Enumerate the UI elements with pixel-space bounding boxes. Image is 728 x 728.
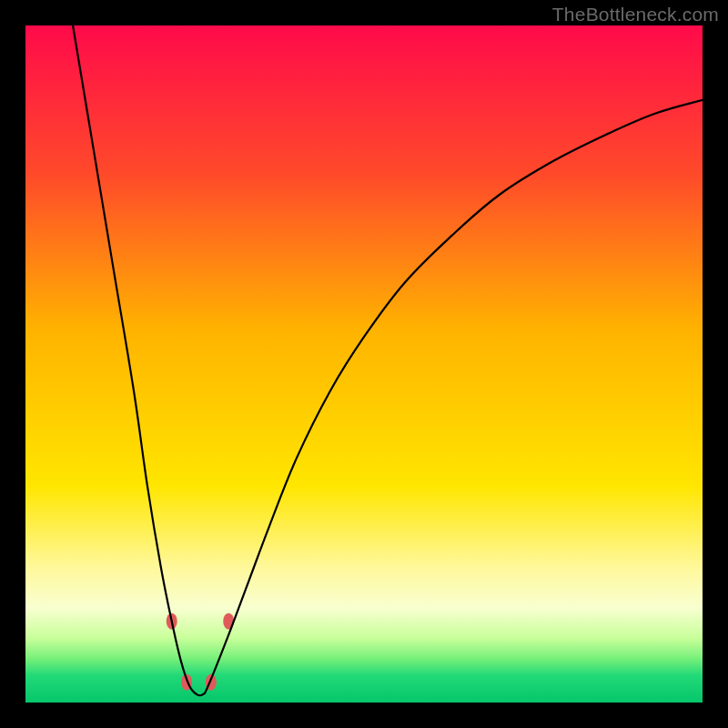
watermark-text: TheBottleneck.com bbox=[552, 4, 719, 25]
chart-background bbox=[25, 25, 703, 703]
bottleneck-chart bbox=[25, 25, 703, 703]
chart-frame bbox=[25, 25, 703, 703]
